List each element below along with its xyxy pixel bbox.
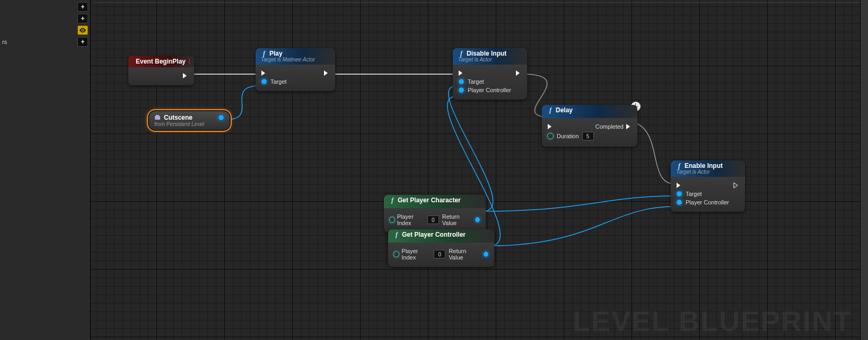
exec-out-pin[interactable]	[182, 73, 189, 79]
node-disable-input[interactable]: fDisable Input Target is Actor Target Pl…	[453, 48, 527, 100]
delegate-pin[interactable]	[189, 58, 190, 65]
exec-out-pin[interactable]	[626, 123, 632, 130]
outliner-sidebar: + + rs +	[0, 0, 91, 340]
node-subtitle: Target is Actor	[676, 169, 740, 175]
svg-rect-2	[155, 116, 160, 120]
node-title: Get Player Controller	[402, 231, 466, 238]
playercontroller-in-pin[interactable]	[676, 199, 682, 205]
right-gutter	[861, 0, 868, 340]
node-title: Disable Input	[467, 50, 506, 57]
svg-point-0	[82, 30, 84, 31]
playercontroller-in-pin[interactable]	[458, 87, 464, 93]
add-button[interactable]: +	[77, 37, 88, 47]
node-play[interactable]: fPlay Target is Matinee Actor Target	[256, 48, 335, 91]
pin-label: Player Index	[397, 213, 425, 226]
exec-out-pin[interactable]	[323, 70, 330, 76]
target-in-pin[interactable]	[676, 191, 682, 197]
duration-value-input[interactable]: 5	[582, 132, 594, 140]
pin-label: Return Value	[449, 248, 480, 261]
target-in-pin[interactable]	[261, 78, 267, 85]
exec-in-pin[interactable]	[458, 70, 464, 76]
pin-label: Return Value	[442, 213, 472, 226]
exec-out-pin[interactable]	[733, 182, 740, 189]
node-get-player-controller[interactable]: fGet Player Controller Player Index 0 Re…	[388, 229, 494, 267]
node-event-beginplay[interactable]: Event BeginPlay	[128, 56, 194, 85]
pin-label: Target	[468, 78, 484, 85]
playerindex-in-pin[interactable]	[393, 251, 399, 257]
node-subtitle: Target is Matinee Actor	[261, 57, 330, 62]
node-get-player-character[interactable]: fGet Player Character Player Index 0 Ret…	[384, 195, 486, 232]
node-title: Event BeginPlay	[136, 58, 186, 65]
node-title: Enable Input	[685, 162, 723, 169]
sidebar-item-label: rs	[2, 39, 7, 45]
function-icon: f	[389, 198, 396, 204]
playerindex-value-input[interactable]: 0	[434, 250, 445, 258]
node-enable-input[interactable]: fEnable Input Target is Actor Target Pla…	[671, 160, 745, 212]
exec-out-pin[interactable]	[515, 70, 522, 76]
exec-in-pin[interactable]	[261, 70, 267, 76]
blueprint-graph-canvas[interactable]: Event BeginPlay Cutscene from Persistent…	[91, 0, 868, 340]
node-title: Get Player Character	[398, 196, 461, 204]
pin-label: Player Controller	[468, 87, 511, 93]
matinee-icon	[154, 114, 161, 121]
target-in-pin[interactable]	[458, 78, 464, 85]
canvas-top-border	[93, 2, 865, 3]
function-icon: f	[458, 51, 464, 57]
add-button[interactable]: +	[77, 14, 88, 23]
function-icon: f	[393, 232, 400, 238]
pin-label: Player Index	[401, 248, 432, 261]
node-delay[interactable]: fDelay Completed Duration 5	[542, 105, 637, 147]
function-icon: f	[676, 163, 682, 169]
pin-label: Target	[686, 191, 702, 197]
exec-in-pin[interactable]	[676, 182, 682, 189]
visibility-toggle[interactable]	[77, 25, 88, 35]
pin-label: Player Controller	[686, 199, 729, 205]
variable-name: Cutscene	[164, 114, 192, 121]
exec-in-pin[interactable]	[547, 123, 554, 130]
data-out-pin[interactable]	[218, 114, 224, 121]
node-title: Delay	[556, 106, 573, 114]
svg-rect-3	[156, 115, 159, 116]
variable-subtitle: from Persistent Level	[154, 121, 224, 127]
node-variable-cutscene[interactable]: Cutscene from Persistent Level	[148, 110, 231, 131]
returnvalue-out-pin[interactable]	[475, 217, 480, 223]
function-icon: f	[547, 108, 554, 114]
duration-in-pin[interactable]	[547, 133, 554, 139]
pin-label: Completed	[595, 123, 624, 130]
playerindex-value-input[interactable]: 0	[427, 216, 439, 224]
graph-watermark: LEVEL BLUEPRINT	[573, 305, 852, 337]
function-icon: f	[261, 51, 267, 57]
pin-label: Duration	[557, 133, 579, 139]
node-title: Play	[269, 50, 283, 57]
playerindex-in-pin[interactable]	[389, 217, 395, 223]
node-subtitle: Target is Actor	[458, 57, 522, 62]
pin-label: Target	[270, 78, 287, 85]
returnvalue-out-pin[interactable]	[483, 251, 489, 257]
add-button[interactable]: +	[77, 2, 88, 12]
